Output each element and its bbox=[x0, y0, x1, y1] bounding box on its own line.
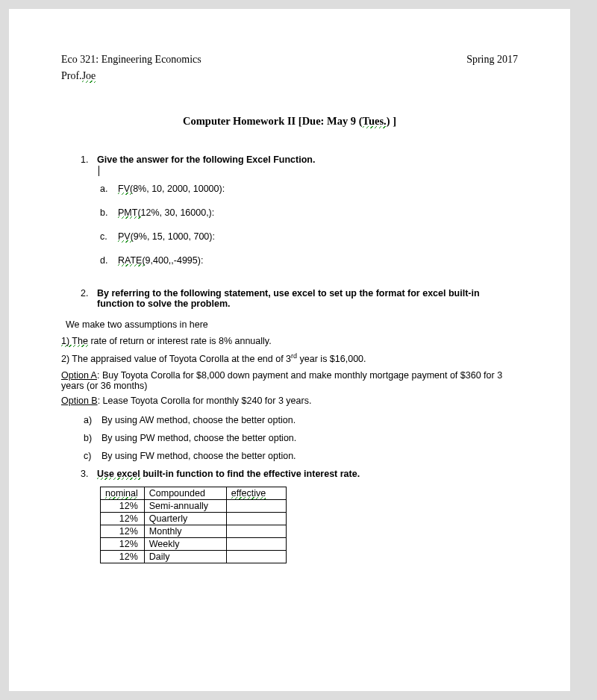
q2-number: 2. bbox=[81, 288, 97, 309]
rates-table: nominal Compounded effective 12% Semi-an… bbox=[100, 487, 287, 563]
sub-letter: c) bbox=[84, 451, 101, 461]
q1-item-b: b. PMT(12%, 30, 16000,): bbox=[100, 207, 518, 218]
option-b-label: Option B bbox=[61, 396, 98, 406]
assump1-rest: rate of return or interest rate is 8% an… bbox=[88, 336, 272, 346]
th-compounded: Compounded bbox=[144, 487, 226, 499]
question-2: 2. By referring to the following stateme… bbox=[81, 288, 518, 309]
title-prefix: Computer Homework II [Due: May 9 ( bbox=[183, 115, 363, 127]
header-row: Eco 321: Engineering Economics Spring 20… bbox=[61, 54, 518, 66]
prof-name-squiggle: Joe bbox=[82, 70, 96, 82]
table-row: 12% Semi-annually bbox=[101, 499, 287, 512]
sub-letter: a) bbox=[84, 415, 101, 425]
q1-prompt: Give the answer for the following Excel … bbox=[97, 154, 315, 165]
q3-number: 3. bbox=[81, 469, 97, 479]
q2-sub-c: c) By using FW method, choose the better… bbox=[84, 451, 518, 461]
cell-compounded: Monthly bbox=[144, 525, 226, 537]
prof-prefix: Prof. bbox=[61, 70, 82, 81]
sub-letter: c. bbox=[100, 231, 118, 242]
th-effective: effective bbox=[231, 488, 266, 499]
cell-compounded: Daily bbox=[144, 550, 226, 563]
assumption-1: 1) The rate of return or interest rate i… bbox=[61, 336, 518, 346]
th-nominal: nominal bbox=[105, 488, 138, 499]
q1-number: 1. bbox=[81, 154, 97, 279]
table-header-row: nominal Compounded effective bbox=[101, 487, 287, 499]
option-b: Option B: Lease Toyota Corolla for month… bbox=[61, 396, 518, 406]
question-1: 1. Give the answer for the following Exc… bbox=[81, 154, 518, 279]
professor-row: Prof.Joe bbox=[61, 70, 518, 82]
option-a: Option A: Buy Toyota Corolla for $8,000 … bbox=[61, 370, 518, 391]
fn-rest: 12%, 30, 16000,): bbox=[141, 207, 215, 218]
text-cursor bbox=[99, 166, 99, 176]
q1-item-c: c. PV(9%, 15, 1000, 700): bbox=[100, 231, 518, 242]
fn-rest: 8%, 10, 2000, 10000): bbox=[133, 184, 225, 194]
table-row: 12% Daily bbox=[101, 550, 287, 563]
cell-compounded: Weekly bbox=[144, 537, 226, 550]
cell-nominal: 12% bbox=[101, 512, 145, 525]
assump1-squiggle: 1) The bbox=[61, 336, 88, 346]
sub-letter: d. bbox=[100, 255, 118, 266]
fn-rest: 9%, 15, 1000, 700): bbox=[134, 231, 215, 242]
sub-text: By using AW method, choose the better op… bbox=[101, 415, 518, 425]
assump2-rest: year is $16,000. bbox=[297, 354, 366, 364]
fn-squiggle: RATE( bbox=[118, 255, 146, 266]
title-squiggle: Tues. bbox=[363, 115, 387, 128]
cell-effective bbox=[226, 512, 286, 525]
cell-nominal: 12% bbox=[101, 550, 145, 563]
cell-nominal: 12% bbox=[101, 499, 145, 512]
cell-effective bbox=[226, 550, 286, 563]
cell-nominal: 12% bbox=[101, 525, 145, 537]
q3-squiggle: Use excel bbox=[97, 469, 140, 479]
q3-rest: built-in function to find the effective … bbox=[140, 469, 360, 479]
cell-effective bbox=[226, 537, 286, 550]
course-title: Eco 321: Engineering Economics bbox=[61, 54, 201, 66]
term: Spring 2017 bbox=[466, 54, 518, 66]
q2-sub-b: b) By using PW method, choose the better… bbox=[84, 433, 518, 443]
assump2-prefix: 2) The appraised value of Toyota Corolla… bbox=[61, 354, 291, 364]
fn-squiggle: PV( bbox=[118, 231, 134, 242]
page-wrap: Eco 321: Engineering Economics Spring 20… bbox=[0, 0, 597, 700]
cell-compounded: Semi-annually bbox=[144, 499, 226, 512]
sub-text: By using FW method, choose the better op… bbox=[101, 451, 518, 461]
fn-squiggle: FV( bbox=[118, 184, 133, 194]
cell-effective bbox=[226, 525, 286, 537]
title-suffix: ) ] bbox=[387, 115, 396, 127]
sub-letter: a. bbox=[100, 184, 118, 194]
q2-sub-a: a) By using AW method, choose the better… bbox=[84, 415, 518, 425]
cell-compounded: Quarterly bbox=[144, 512, 226, 525]
fn-rest: 9,400,,-4995): bbox=[146, 255, 204, 266]
q2-prompt: By referring to the following statement,… bbox=[97, 288, 480, 309]
cell-effective bbox=[226, 499, 286, 512]
q2-sublist: a) By using AW method, choose the better… bbox=[81, 415, 518, 461]
assumption-2: 2) The appraised value of Toyota Corolla… bbox=[61, 352, 518, 364]
document-page: Eco 321: Engineering Economics Spring 20… bbox=[9, 9, 570, 691]
rates-table-wrap: nominal Compounded effective 12% Semi-an… bbox=[100, 487, 518, 563]
option-b-text: : Lease Toyota Corolla for monthly $240 … bbox=[98, 396, 312, 406]
q1-item-a: a. FV(8%, 10, 2000, 10000): bbox=[100, 184, 518, 194]
question-3: 3. Use excel built-in function to find t… bbox=[81, 469, 518, 479]
sub-text: By using PW method, choose the better op… bbox=[101, 433, 518, 443]
sub-letter: b. bbox=[100, 207, 118, 218]
q1-item-d: d. RATE(9,400,,-4995): bbox=[100, 255, 518, 266]
table-row: 12% Quarterly bbox=[101, 512, 287, 525]
option-a-text: : Buy Toyota Corolla for $8,000 down pay… bbox=[61, 370, 502, 391]
table-row: 12% Monthly bbox=[101, 525, 287, 537]
assumptions-intro: We make two assumptions in here bbox=[66, 319, 518, 330]
table-row: 12% Weekly bbox=[101, 537, 287, 550]
option-a-label: Option A bbox=[61, 370, 97, 381]
assump2-sup: rd bbox=[291, 352, 297, 360]
fn-squiggle: PMT( bbox=[118, 207, 141, 218]
document-title: Computer Homework II [Due: May 9 (Tues.)… bbox=[61, 115, 518, 128]
sub-letter: b) bbox=[84, 433, 101, 443]
cell-nominal: 12% bbox=[101, 537, 145, 550]
